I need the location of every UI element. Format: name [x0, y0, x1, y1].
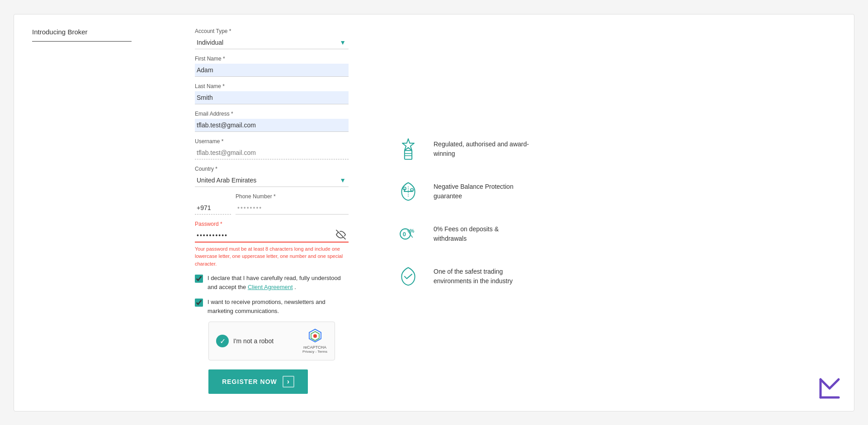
client-agreement-checkbox[interactable]	[195, 275, 203, 283]
account-type-select-wrapper[interactable]: Individual Corporate ▼	[195, 36, 349, 49]
email-input[interactable]	[195, 119, 349, 132]
last-name-label: Last Name *	[195, 83, 349, 89]
svg-marker-3	[402, 139, 414, 150]
svg-rect-2	[405, 150, 412, 159]
captcha-brand-text: reCAPTCHA	[303, 345, 326, 350]
svg-point-1	[313, 334, 317, 338]
balance-icon	[394, 177, 423, 206]
register-button-arrow-icon: ›	[283, 376, 294, 388]
password-wrapper	[195, 229, 349, 243]
phone-number-input[interactable]	[236, 201, 349, 215]
sidebar: Introducing Broker	[32, 28, 177, 397]
username-field: Username *	[195, 138, 349, 159]
account-type-field: Account Type * Individual Corporate ▼	[195, 28, 349, 49]
password-input[interactable]	[195, 229, 349, 243]
captcha-right: reCAPTCHA Privacy - Terms	[302, 328, 327, 354]
phone-prefix-group	[195, 201, 231, 215]
password-field: Password * Your password must be at leas…	[195, 221, 349, 268]
feature-item-shield: One of the safest trading environments i…	[394, 262, 547, 291]
country-select[interactable]: United Arab Emirates United Kingdom Unit…	[195, 174, 349, 187]
feature-text-zero-percent: 0% Fees on deposits & withdrawals	[434, 224, 533, 243]
phone-field: Phone Number *	[195, 193, 349, 215]
captcha-links-text: Privacy - Terms	[302, 350, 327, 354]
feature-item-balance: Negative Balance Protection guarantee	[394, 177, 547, 206]
feature-text-award: Regulated, authorised and award-winning	[434, 140, 533, 159]
feature-text-balance: Negative Balance Protection guarantee	[434, 182, 533, 201]
first-name-field: First Name *	[195, 56, 349, 77]
username-label: Username *	[195, 138, 349, 145]
sidebar-title: Introducing Broker	[32, 28, 159, 36]
register-button-label: REGISTER NOW	[222, 378, 277, 385]
recaptcha-logo	[308, 328, 322, 345]
promotions-checkbox-group: I want to receive promotions, newsletter…	[195, 298, 349, 315]
sidebar-divider	[32, 41, 132, 42]
feature-item-zero-percent: 0 % 0% Fees on deposits & withdrawals	[394, 220, 547, 248]
phone-number-group: Phone Number *	[236, 193, 349, 215]
award-icon	[394, 135, 423, 163]
brand-logo	[819, 378, 840, 402]
feature-text-shield: One of the safest trading environments i…	[434, 267, 533, 286]
zero-percent-icon: 0 %	[394, 220, 423, 248]
password-toggle-icon[interactable]	[336, 229, 346, 242]
feature-item-award: Regulated, authorised and award-winning	[394, 135, 547, 163]
first-name-input[interactable]	[195, 64, 349, 77]
email-label: Email Address *	[195, 111, 349, 117]
phone-number-label: Phone Number *	[236, 193, 349, 200]
shield-check-icon	[394, 262, 423, 291]
country-label: Country *	[195, 166, 349, 172]
captcha-check-icon: ✓	[216, 335, 229, 347]
phone-prefix-input[interactable]	[195, 201, 231, 215]
registration-form: Account Type * Individual Corporate ▼ Fi…	[177, 28, 367, 397]
username-input[interactable]	[195, 146, 349, 159]
client-agreement-text: I declare that I have carefully read, fu…	[208, 274, 349, 291]
password-label: Password *	[195, 221, 349, 227]
last-name-field: Last Name *	[195, 83, 349, 104]
last-name-input[interactable]	[195, 91, 349, 104]
first-name-label: First Name *	[195, 56, 349, 62]
svg-text:0: 0	[403, 230, 406, 237]
promotions-checkbox[interactable]	[195, 299, 203, 307]
page-container: Introducing Broker Account Type * Indivi…	[14, 14, 854, 411]
password-error-text: Your password must be at least 8 charact…	[195, 245, 349, 268]
client-agreement-checkbox-group: I declare that I have carefully read, fu…	[195, 274, 349, 291]
email-field: Email Address *	[195, 111, 349, 132]
register-button[interactable]: REGISTER NOW ›	[208, 369, 308, 394]
captcha-left: ✓ I'm not a robot	[216, 335, 274, 347]
captcha-label: I'm not a robot	[233, 337, 274, 345]
account-type-select[interactable]: Individual Corporate	[195, 36, 349, 49]
features-panel: Regulated, authorised and award-winning …	[367, 28, 547, 397]
account-type-label: Account Type *	[195, 28, 349, 34]
country-field: Country * United Arab Emirates United Ki…	[195, 166, 349, 187]
promotions-text: I want to receive promotions, newsletter…	[208, 298, 349, 315]
svg-text:%: %	[410, 228, 414, 233]
client-agreement-link[interactable]: Client Agreement	[248, 284, 293, 290]
country-select-wrapper[interactable]: United Arab Emirates United Kingdom Unit…	[195, 174, 349, 187]
captcha-box[interactable]: ✓ I'm not a robot reCAPTCHA Privacy - Te…	[208, 322, 335, 360]
